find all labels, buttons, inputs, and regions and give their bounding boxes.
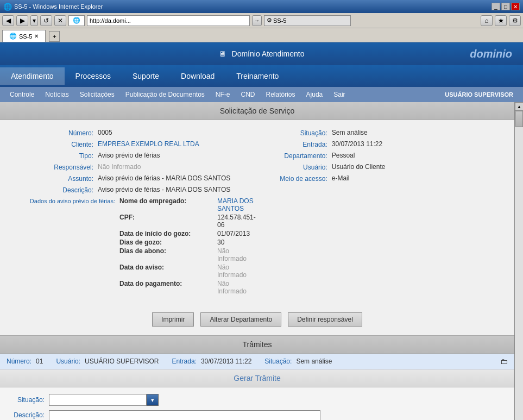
home-button[interactable]: ⌂ [481,15,493,26]
subnav-publicacao[interactable]: Publicação de Documentos [120,89,210,101]
back-button[interactable]: ◀ [2,15,14,26]
folder-icon[interactable]: 🗀 [500,357,508,366]
tramites-header: Trâmites [0,335,514,354]
assunto-label: Assunto: [11,174,98,183]
definir-responsavel-button[interactable]: Definir responsável [288,312,362,327]
scroll-track [515,111,523,420]
refresh-button[interactable]: ↺ [40,15,52,26]
form-col-left: Número: 0005 Cliente: EMPRESA EXEMPLO RE… [11,129,256,299]
departamento-label: Departamento: [267,152,332,160]
scrollbar[interactable]: ▲ ▼ [514,102,523,420]
settings-button[interactable]: ⚙ [509,15,521,26]
settings-icon-area: ⚙ SS-5 [264,15,351,26]
entrada-value: 30/07/2013 11:22 [332,140,382,148]
tramite-numero-label: Número: [7,358,31,365]
descricao-label: Descrição: [11,186,98,194]
gerar-tramite-form: Situação: ▾ Descrição: [0,387,514,420]
subnav-controle[interactable]: Controle [4,89,40,101]
minimize-button[interactable]: _ [492,3,500,10]
descricao-textarea[interactable] [49,410,320,420]
usuario-value: Usuário do Cliente [332,163,386,171]
tipo-row: Tipo: Aviso prévio de férias [11,152,256,160]
tramite-usuario-label: Usuário: [56,358,80,365]
usuario-label: Usuário: [267,163,332,171]
cliente-value: EMPRESA EXEMPLO REAL LTDA [98,140,199,148]
departamento-value: Pessoal [332,152,355,159]
address-go-button[interactable]: → [252,15,262,26]
tab-icon: 🌐 [9,33,17,40]
data-inicio-row: Data de início do gozo: 01/07/2013 [119,230,256,237]
tramite-row: Número: 01 Usuário: USUÁRIO SUPERVISOR E… [0,354,514,369]
data-inicio-value: 01/07/2013 [217,230,250,237]
responsavel-label: Responsável: [11,163,98,171]
tab-bar: 🌐 SS-5 ✕ + [0,28,523,42]
data-aviso-row: Data do aviso: Não Informado [119,264,256,279]
cliente-row: Cliente: EMPRESA EXEMPLO REAL LTDA [11,140,256,148]
alterar-departamento-button[interactable]: Alterar Departamento [200,312,281,327]
subnav-ajuda[interactable]: Ajuda [301,89,329,101]
brand-title: 🖥 Domínio Atendimento [219,49,305,58]
nav-suporte[interactable]: Suporte [122,67,170,85]
descricao-value: Aviso prévio de férias - MARIA DOS SANTO… [98,186,230,193]
title-bar-controls[interactable]: _ □ ✕ [492,3,520,10]
favorites-button[interactable]: ★ [495,15,507,26]
tab-close-button[interactable]: ✕ [34,33,39,39]
subnav-noticias[interactable]: Notícias [40,89,74,101]
address-icon: 🌐 [68,15,85,26]
usuario-row: Usuário: Usuário do Cliente [267,163,503,171]
assunto-row: Assunto: Aviso prévio de férias - MARIA … [11,174,256,183]
meio-acesso-row: Meio de acesso: e-Mail [267,174,503,183]
dropdown-button[interactable]: ▾ [30,15,38,26]
nav-processos[interactable]: Processos [65,67,122,85]
data-aviso-label: Data do aviso: [119,264,217,279]
tramite-situacao-value: Sem análise [296,358,332,365]
tab-ss5[interactable]: 🌐 SS-5 ✕ [2,30,46,42]
scroll-up-button[interactable]: ▲ [515,102,523,111]
meio-acesso-value: e-Mail [332,174,350,182]
title-bar-title: 🌐 SS-5 - Windows Internet Explorer [3,3,103,11]
subnav-relatorios[interactable]: Relatórios [261,89,301,101]
subnav-cnd[interactable]: CND [236,89,261,101]
situacao-input[interactable] [49,394,147,406]
sub-nav: Controle Notícias Solicitações Publicaçã… [0,87,523,102]
dias-gozo-label: Dias de gozo: [119,239,217,246]
dias-abono-row: Dias de abono: Não Informado [119,247,256,262]
stop-button[interactable]: ✕ [54,15,66,26]
nav-atendimento[interactable]: Atendimento [0,67,65,85]
gerar-tramite-header: Gerar Trâmite [0,369,514,387]
nav-treinamento[interactable]: Treinamento [225,67,289,85]
title-bar: 🌐 SS-5 - Windows Internet Explorer _ □ ✕ [0,0,523,13]
tramite-entrada-value: 30/07/2013 11:22 [201,358,251,365]
cliente-label: Cliente: [11,140,98,148]
tramite-situacao-label: Situação: [264,358,292,365]
maximize-button[interactable]: □ [501,3,510,10]
nav-download[interactable]: Download [170,67,225,85]
data-pagamento-row: Data do pagamento: Não Informado [119,280,256,295]
numero-value: 0005 [98,129,112,136]
address-input[interactable] [87,15,250,26]
assunto-value: Aviso prévio de férias - MARIA DOS SANTO… [98,174,230,182]
subnav-solicitacoes[interactable]: Solicitações [74,89,120,101]
entrada-label: Entrada: [267,140,332,148]
dias-abono-label: Dias de abono: [119,247,217,262]
tipo-label: Tipo: [11,152,98,160]
tramite-numero-value: 01 [36,358,43,365]
gerar-descricao-row: Descrição: [11,410,503,420]
forward-button[interactable]: ▶ [16,15,28,26]
data-pagamento-value: Não Informado [217,280,256,295]
subnav-nfe[interactable]: NF-e [210,89,236,101]
descricao-row: Descrição: Aviso prévio de férias - MARI… [11,186,256,194]
subnav-sair[interactable]: Sair [328,89,350,101]
situacao-dropdown-button[interactable]: ▾ [147,394,159,406]
scroll-thumb[interactable] [515,111,523,127]
situacao-label: Situação: [267,129,332,137]
imprimir-button[interactable]: Imprimir [152,312,194,327]
gerar-situacao-label: Situação: [11,396,49,404]
close-button[interactable]: ✕ [511,3,520,10]
gerar-situacao-row: Situação: ▾ [11,394,503,406]
content-wrapper: Solicitação de Serviço Número: 0005 Clie… [0,102,523,420]
situacao-value: Sem análise [332,129,368,136]
new-tab-button[interactable]: + [49,31,60,42]
dias-gozo-value: 30 [217,239,224,246]
main-nav: Atendimento Processos Suporte Download T… [0,65,523,87]
